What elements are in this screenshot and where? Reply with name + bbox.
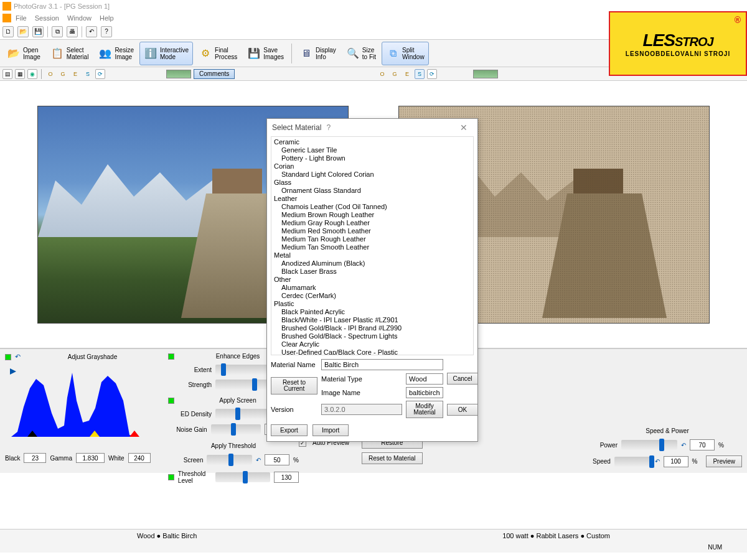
material-item[interactable]: Brushed Gold/Black - IPI Brand #LZ990 <box>271 324 473 332</box>
threshold-slider[interactable] <box>215 472 270 482</box>
s-icon-r[interactable]: S <box>415 69 425 79</box>
material-item[interactable]: Black/White - IPI Laser Plastic #LZ901 <box>271 316 473 324</box>
help-icon[interactable]: ? <box>101 26 112 37</box>
mattype-input[interactable] <box>406 373 443 385</box>
power-slider[interactable] <box>621 440 677 450</box>
material-item[interactable]: Medium Tan Smooth Leather <box>271 243 473 251</box>
material-item[interactable]: Medium Gray Rough Leather <box>271 219 473 227</box>
black-input[interactable] <box>24 453 46 463</box>
save-icon[interactable]: 💾 <box>32 26 44 37</box>
material-item[interactable]: Medium Red Smooth Leather <box>271 227 473 235</box>
led-icon[interactable] <box>168 398 174 404</box>
led-icon[interactable] <box>5 354 11 360</box>
reset-current-button[interactable]: Reset to Current <box>271 377 317 394</box>
toolbar-size-to-fit[interactable]: 🔍Size to Fit <box>342 42 380 65</box>
led-icon[interactable] <box>168 474 174 480</box>
help-icon[interactable]: ? <box>321 123 336 132</box>
threshold-input[interactable] <box>274 472 299 483</box>
power-input[interactable] <box>690 439 715 450</box>
undo-icon[interactable]: ↶ <box>681 442 686 449</box>
refresh-icon[interactable]: ⟳ <box>95 69 105 79</box>
cancel-button[interactable]: Cancel <box>447 373 478 385</box>
noise-slider[interactable] <box>211 424 261 434</box>
undo-icon[interactable]: ↶ <box>15 353 21 361</box>
material-item[interactable]: Black Painted Acrylic <box>271 308 473 316</box>
new-icon[interactable]: 🗋 <box>2 26 14 37</box>
gamma-input[interactable] <box>76 453 105 463</box>
globe-icon[interactable]: ◉ <box>27 69 37 79</box>
material-category[interactable]: Corian <box>271 162 473 170</box>
e-icon[interactable]: E <box>70 69 80 79</box>
imgname-input[interactable] <box>406 387 443 398</box>
material-item[interactable]: Alumamark <box>271 284 473 292</box>
g-icon-r[interactable]: G <box>390 69 400 79</box>
undo-icon[interactable]: ↶ <box>655 458 660 465</box>
toolbar-final-process[interactable]: ⚙Final Process <box>194 42 242 65</box>
material-item[interactable]: Black Laser Brass <box>271 268 473 276</box>
toolbar-open-image[interactable]: 📂Open Image <box>2 42 45 65</box>
material-list[interactable]: CeramicGeneric Laser TilePottery - Light… <box>271 136 474 355</box>
print-icon[interactable]: 🖶 <box>67 26 78 37</box>
menu-session[interactable]: Session <box>31 14 63 22</box>
material-item[interactable]: Medium Brown Rough Leather <box>271 211 473 219</box>
g-icon[interactable]: G <box>58 69 68 79</box>
s-icon[interactable]: S <box>83 69 93 79</box>
led-icon[interactable] <box>168 353 174 360</box>
material-item[interactable]: Ornament Glass Standard <box>271 187 473 195</box>
toolbar-split-window[interactable]: ⧉Split Window <box>382 42 429 65</box>
material-category[interactable]: Plastic <box>271 300 473 308</box>
modify-material-button[interactable]: Modify Material <box>406 401 443 418</box>
material-item[interactable]: Medium Tan Rough Leather <box>271 235 473 243</box>
material-category[interactable]: Ceramic <box>271 138 473 146</box>
ok-button[interactable]: OK <box>447 404 478 416</box>
view-icon-1[interactable]: ▤ <box>2 69 12 79</box>
matname-input[interactable] <box>321 359 443 370</box>
copy-icon[interactable]: ⧉ <box>52 26 63 37</box>
o-icon-r[interactable]: O <box>377 69 387 79</box>
refresh-icon-r[interactable]: ⟳ <box>427 69 437 79</box>
material-category[interactable]: Metal <box>271 251 473 259</box>
view-icon-2[interactable]: ▦ <box>15 69 25 79</box>
material-category[interactable]: Leather <box>271 195 473 203</box>
undo-icon[interactable]: ↶ <box>256 457 261 464</box>
material-item[interactable]: Generic Laser Tile <box>271 146 473 154</box>
toolbar-icon: ℹ️ <box>144 47 157 60</box>
ed-slider[interactable] <box>215 409 271 419</box>
toolbar-display-info[interactable]: 🖥Display Info <box>295 42 341 65</box>
preview-button[interactable]: Preview <box>706 455 742 467</box>
toolbar-select-material[interactable]: 📋Select Material <box>46 42 93 65</box>
reset-material-button[interactable]: Reset to Material <box>362 452 423 464</box>
toolbar-resize-image[interactable]: 👥Resize Image <box>94 42 138 65</box>
import-button[interactable]: Import <box>312 424 349 436</box>
comments-button[interactable]: Comments <box>194 69 235 79</box>
screen-val-input[interactable] <box>265 454 289 465</box>
speed-slider[interactable] <box>614 457 651 467</box>
e-icon-r[interactable]: E <box>402 69 412 79</box>
close-icon[interactable]: ✕ <box>455 123 472 133</box>
material-item[interactable]: Chamois Leather (Cod Oil Tanned) <box>271 203 473 211</box>
material-item[interactable]: Brushed Gold/Black - Spectrum Lights <box>271 332 473 340</box>
toolbar-interactive-mode[interactable]: ℹ️Interactive Mode <box>139 42 193 65</box>
o-icon[interactable]: O <box>45 69 55 79</box>
screen-slider[interactable] <box>207 455 252 465</box>
toolbar-save-images[interactable]: 💾Save Images <box>243 42 288 65</box>
material-item[interactable]: Pottery - Light Brown <box>271 154 473 162</box>
histogram[interactable] <box>5 363 142 438</box>
material-category[interactable]: Glass <box>271 179 473 187</box>
menu-help[interactable]: Help <box>96 14 118 22</box>
material-category[interactable]: Other <box>271 276 473 284</box>
material-item[interactable]: Standard Light Colored Corian <box>271 170 473 179</box>
export-button[interactable]: Export <box>271 424 308 436</box>
speed-input[interactable] <box>664 456 688 467</box>
strength-slider[interactable] <box>215 380 271 390</box>
extent-slider[interactable] <box>215 365 271 375</box>
white-input[interactable] <box>128 453 151 463</box>
material-item[interactable]: User-Defined Cap/Black Core - Plastic <box>271 348 473 355</box>
material-item[interactable]: Anodized Aluminum (Black) <box>271 259 473 268</box>
menu-window[interactable]: Window <box>63 14 95 22</box>
menu-file[interactable]: File <box>12 14 31 22</box>
material-item[interactable]: Cerdec (CerMark) <box>271 292 473 300</box>
material-item[interactable]: Clear Acrylic <box>271 340 473 348</box>
open-icon[interactable]: 📂 <box>17 26 29 37</box>
undo-icon[interactable]: ↶ <box>86 26 97 37</box>
